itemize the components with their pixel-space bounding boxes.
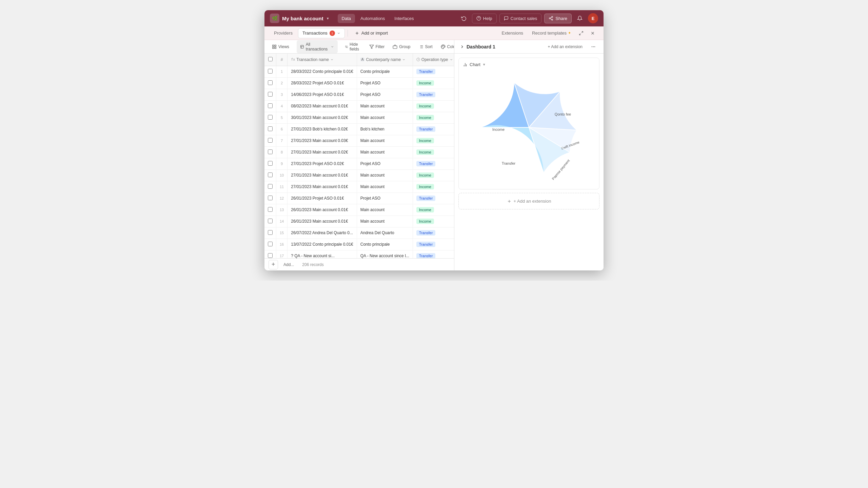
row-operation-type[interactable]: Transfer [413, 192, 454, 204]
views-toggle-button[interactable]: Views [269, 43, 293, 51]
table-row[interactable]: 7 27/01/2023 Main account 0.03€ Main acc… [264, 135, 454, 146]
table-row[interactable]: 16 13/07/2022 Conto principale 0.01€ Con… [264, 239, 454, 250]
app-logo[interactable]: 🌿 My bank account ▼ [270, 14, 330, 23]
row-operation-type[interactable]: Transfer [413, 66, 454, 77]
table-row[interactable]: 15 26/07/2022 Andrea Del Quarto 0... And… [264, 227, 454, 239]
record-templates-button[interactable]: Record templates ✦ [528, 28, 575, 38]
row-checkbox[interactable] [268, 115, 273, 120]
row-transaction-name[interactable]: 14/06/2023 Projet ASO 0.01€ [288, 89, 357, 100]
row-counterparty[interactable]: Projet ASO [357, 77, 413, 89]
sort-button[interactable]: Sort [415, 43, 436, 51]
filter-button[interactable]: Filter [366, 43, 388, 51]
row-counterparty[interactable]: Main account [357, 135, 413, 146]
row-checkbox[interactable] [268, 69, 273, 74]
history-button[interactable] [458, 13, 469, 24]
row-transaction-name[interactable]: 27/01/2023 Main account 0.03€ [288, 135, 357, 146]
nav-automations[interactable]: Automations [356, 14, 389, 23]
row-transaction-name[interactable]: 26/01/2023 Main account 0.01€ [288, 204, 357, 216]
row-counterparty[interactable]: Main account [357, 181, 413, 192]
row-operation-type[interactable]: Income [413, 135, 454, 146]
notification-button[interactable] [574, 13, 585, 24]
more-options-button[interactable] [589, 42, 598, 52]
row-transaction-name[interactable]: 28/03/2022 Projet ASO 0.01€ [288, 77, 357, 89]
add-extension-header-button[interactable]: + Add an extension [545, 43, 586, 51]
table-row[interactable]: 14 26/01/2023 Main account 0.01€ Main ac… [264, 216, 454, 227]
row-counterparty[interactable]: Main account [357, 146, 413, 158]
nav-interfaces[interactable]: Interfaces [390, 14, 418, 23]
row-transaction-name[interactable]: 13/07/2022 Conto principale 0.01€ [288, 239, 357, 250]
table-row[interactable]: 13 26/01/2023 Main account 0.01€ Main ac… [264, 204, 454, 216]
row-checkbox[interactable] [268, 103, 273, 108]
row-operation-type[interactable]: Transfer [413, 158, 454, 169]
row-operation-type[interactable]: Income [413, 169, 454, 181]
row-counterparty[interactable]: Bob's kitchen [357, 123, 413, 135]
add-field-button[interactable]: Add... [281, 261, 297, 268]
row-checkbox[interactable] [268, 126, 273, 131]
row-checkbox[interactable] [268, 253, 273, 258]
row-checkbox[interactable] [268, 149, 273, 154]
row-counterparty[interactable]: Conto principale [357, 66, 413, 77]
col-transaction-name[interactable]: fx Transaction name [288, 54, 357, 66]
col-counterparty[interactable]: A Counterparty name [357, 54, 413, 66]
row-transaction-name[interactable]: 28/03/2022 Conto principale 0.01€ [288, 66, 357, 77]
row-operation-type[interactable]: Income [413, 112, 454, 123]
col-operation-type[interactable]: Operation type [413, 54, 454, 66]
select-all-checkbox[interactable] [268, 57, 273, 61]
row-transaction-name[interactable]: 27/01/2023 Projet ASO 0.02€ [288, 158, 357, 169]
row-counterparty[interactable]: Main account [357, 112, 413, 123]
row-counterparty[interactable]: Main account [357, 169, 413, 181]
row-operation-type[interactable]: Income [413, 181, 454, 192]
row-counterparty[interactable]: Projet ASO [357, 158, 413, 169]
tab-providers[interactable]: Providers [270, 28, 297, 38]
table-row[interactable]: 1 28/03/2022 Conto principale 0.01€ Cont… [264, 66, 454, 77]
extensions-button[interactable]: Extensions [498, 28, 528, 38]
contact-sales-button[interactable]: Contact sales [499, 14, 542, 23]
row-transaction-name[interactable]: 26/01/2023 Projet ASO 0.01€ [288, 192, 357, 204]
row-transaction-name[interactable]: 27/01/2023 Main account 0.01€ [288, 169, 357, 181]
table-row[interactable]: 3 14/06/2023 Projet ASO 0.01€ Projet ASO… [264, 89, 454, 100]
row-checkbox[interactable] [268, 172, 273, 177]
close-panel-button[interactable] [587, 28, 598, 39]
row-checkbox[interactable] [268, 230, 273, 235]
table-row[interactable]: 10 27/01/2023 Main account 0.01€ Main ac… [264, 169, 454, 181]
table-row[interactable]: 6 27/01/2023 Bob's kitchen 0.02€ Bob's k… [264, 123, 454, 135]
user-avatar[interactable]: E [588, 13, 598, 23]
table-row[interactable]: 4 08/02/2023 Main account 0.01€ Main acc… [264, 100, 454, 112]
row-counterparty[interactable]: QA - New account since l... [357, 250, 413, 258]
add-extension-section[interactable]: + Add an extension [458, 193, 599, 209]
add-or-import-button[interactable]: Add or import [351, 28, 392, 38]
app-title-chevron-icon[interactable]: ▼ [326, 17, 330, 20]
row-operation-type[interactable]: Transfer [413, 250, 454, 258]
row-operation-type[interactable]: Transfer [413, 239, 454, 250]
row-counterparty[interactable]: Main account [357, 204, 413, 216]
group-button[interactable]: Group [389, 43, 414, 51]
table-row[interactable]: 8 27/01/2023 Main account 0.02€ Main acc… [264, 146, 454, 158]
all-transactions-view-button[interactable]: All transactions [297, 40, 338, 53]
table-row[interactable]: 17 ? QA - New account si... QA - New acc… [264, 250, 454, 258]
row-transaction-name[interactable]: 27/01/2023 Bob's kitchen 0.02€ [288, 123, 357, 135]
row-checkbox[interactable] [268, 207, 273, 212]
row-transaction-name[interactable]: ? QA - New account si... [288, 250, 357, 258]
row-checkbox[interactable] [268, 80, 273, 85]
row-checkbox[interactable] [268, 219, 273, 223]
row-operation-type[interactable]: Income [413, 77, 454, 89]
row-transaction-name[interactable]: 26/07/2022 Andrea Del Quarto 0... [288, 227, 357, 239]
row-counterparty[interactable]: Main account [357, 216, 413, 227]
color-button[interactable]: Color [437, 43, 454, 51]
row-checkbox[interactable] [268, 196, 273, 200]
row-operation-type[interactable]: Transfer [413, 227, 454, 239]
row-operation-type[interactable]: Transfer [413, 123, 454, 135]
help-button[interactable]: Help [472, 14, 497, 23]
row-transaction-name[interactable]: 30/01/2023 Main account 0.02€ [288, 112, 357, 123]
row-checkbox[interactable] [268, 138, 273, 143]
row-transaction-name[interactable]: 08/02/2023 Main account 0.01€ [288, 100, 357, 112]
table-row[interactable]: 12 26/01/2023 Projet ASO 0.01€ Projet AS… [264, 192, 454, 204]
row-operation-type[interactable]: Transfer [413, 89, 454, 100]
table-row[interactable]: 5 30/01/2023 Main account 0.02€ Main acc… [264, 112, 454, 123]
table-row[interactable]: 11 27/01/2023 Main account 0.01€ Main ac… [264, 181, 454, 192]
tab-transactions[interactable]: Transactions 1 [298, 28, 345, 38]
nav-data[interactable]: Data [338, 14, 355, 23]
row-counterparty[interactable]: Projet ASO [357, 192, 413, 204]
row-counterparty[interactable]: Main account [357, 100, 413, 112]
row-counterparty[interactable]: Conto principale [357, 239, 413, 250]
